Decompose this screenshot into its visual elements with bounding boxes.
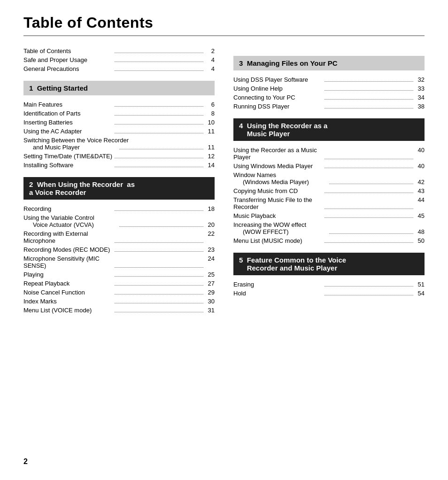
toc-entry-noise-cancel: Noise Cancel Function 29: [23, 289, 215, 296]
toc-entry-online-help: Using Online Help 33: [233, 85, 425, 92]
content-wrapper: Table of Contents 2 Safe and Proper Usag…: [23, 47, 425, 317]
toc-entry-ext-mic: Recording with External Microphone 22: [23, 230, 215, 244]
toc-entry-batteries: Inserting Batteries 10: [23, 119, 215, 126]
right-column: 3 Managing Files on Your PC Using DSS Pl…: [233, 47, 425, 317]
toc-entry-connect-pc: Connecting to Your PC 34: [233, 94, 425, 101]
title-divider: [23, 35, 425, 36]
toc-entry-erasing: Erasing 51: [233, 281, 425, 288]
section1-entries: Main Features 6 Identification of Parts …: [23, 101, 215, 169]
toc-entry-dss: Using DSS Player Software 32: [233, 76, 425, 83]
toc-entry-safe: Safe and Proper Usage 4: [23, 56, 215, 63]
toc-entry-wmp: Using Windows Media Player 40: [233, 163, 425, 170]
section3-header: 3 Managing Files on Your PC: [233, 56, 425, 70]
pre-section-entries: Table of Contents 2 Safe and Proper Usag…: [23, 47, 215, 72]
toc-entry-repeat: Repeat Playback 27: [23, 280, 215, 287]
toc-entry-transfer-music: Transferring Music File to the Recorder …: [233, 196, 425, 210]
toc-entry-menu-music: Menu List (MUSIC mode) 50: [233, 237, 425, 244]
page-title: Table of Contents: [23, 14, 425, 31]
section1-header: 1 Getting Started: [23, 81, 215, 95]
toc-entry-software: Installing Software 14: [23, 162, 215, 169]
section5-entries: Erasing 51 Hold 54: [233, 281, 425, 297]
page-number: 2: [23, 457, 28, 466]
toc-entry-wow: Increasing the WOW effect (WOW EFFECT) 4…: [233, 221, 425, 235]
toc-entry-menu-voice: Menu List (VOICE mode) 31: [23, 307, 215, 314]
toc-entry-ac-adapter: Using the AC Adapter 11: [23, 128, 215, 135]
section2-header: 2 When Using the Recorder asa Voice Reco…: [23, 177, 215, 200]
toc-entry-switching: Switching Between the Voice Recorder and…: [23, 137, 215, 151]
toc-entry-playing: Playing 25: [23, 271, 215, 278]
section4-header: 4 Using the Recorder as a Music Player: [233, 118, 425, 141]
toc-entry-using-recorder-music: Using the Recorder as a Music Player 40: [233, 147, 425, 161]
toc-entry-toc: Table of Contents 2: [23, 47, 215, 54]
toc-entry-copy-music: Copying Music from CD 43: [233, 187, 425, 194]
toc-entry-window-names: Window Names (Windows Media Player) 42: [233, 171, 425, 186]
toc-entry-rec-modes: Recording Modes (REC MODE) 23: [23, 246, 215, 253]
toc-entry-mic-sense: Microphone Sensitivity (MIC SENSE) 24: [23, 255, 215, 269]
section5-header: 5 Feature Common to the Voice Recorder a…: [233, 253, 425, 275]
toc-entry-recording: Recording 18: [23, 205, 215, 212]
toc-entry-index-marks: Index Marks 30: [23, 298, 215, 305]
toc-entry-main-features: Main Features 6: [23, 101, 215, 108]
toc-entry-hold: Hold 54: [233, 290, 425, 297]
toc-entry-id-parts: Identification of Parts 8: [23, 110, 215, 117]
section2-entries: Recording 18 Using the Variable Control …: [23, 205, 215, 314]
toc-entry-music-playback: Music Playback 45: [233, 212, 425, 219]
section3-entries: Using DSS Player Software 32 Using Onlin…: [233, 76, 425, 110]
toc-entry-vcva: Using the Variable Control Voice Actuato…: [23, 214, 215, 228]
left-column: Table of Contents 2 Safe and Proper Usag…: [23, 47, 215, 317]
toc-entry-time-date: Setting Time/Date (TIME&DATE) 12: [23, 153, 215, 160]
toc-entry-general: General Precautions 4: [23, 65, 215, 72]
toc-entry-running-dss: Running DSS Player 38: [233, 103, 425, 110]
section4-entries: Using the Recorder as a Music Player 40 …: [233, 147, 425, 244]
